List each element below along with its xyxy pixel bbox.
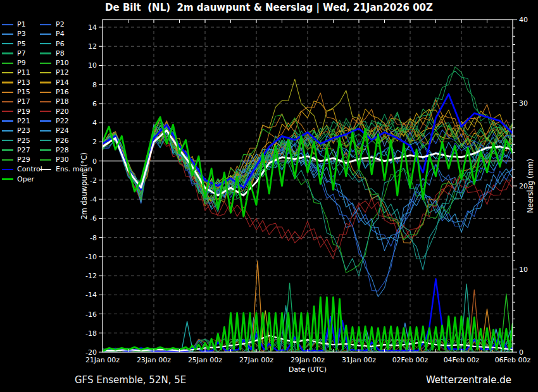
y-right-tick-label: 30 — [519, 99, 528, 107]
y-left-tick-label: -18 — [85, 329, 97, 338]
y-left-tick-label: -16 — [85, 310, 97, 319]
y-left-tick-label: 14 — [88, 23, 97, 32]
source-label: Wetterzentrale.de — [426, 374, 511, 386]
chart-canvas: Date (UTC) 2m dauwpunt (°C) Neerslag (mm… — [0, 0, 538, 392]
grid-lines — [103, 20, 513, 352]
x-tick-label: 23Jan 00z — [137, 356, 171, 364]
y-left-tick-label: -4 — [90, 195, 97, 204]
x-tick-label: 31Jan 00z — [342, 356, 376, 364]
y-left-tick-label: 6 — [92, 100, 97, 108]
y-left-tick-label: -10 — [85, 253, 97, 261]
y-left-tick-label: -8 — [90, 234, 97, 242]
y-right-tick-label: 10 — [519, 266, 528, 274]
y-left-tick-label: -14 — [85, 291, 97, 299]
x-tick-label: 25Jan 00z — [188, 356, 222, 364]
x-tick-label: 29Jan 00z — [291, 356, 325, 364]
x-tick-label: 06Feb 00z — [495, 356, 531, 364]
y-left-tick-label: 12 — [88, 42, 97, 51]
y-left-tick-label: 4 — [92, 119, 97, 127]
series-lines — [103, 67, 516, 352]
y-left-tick-label: -12 — [85, 272, 97, 280]
x-tick-label: 27Jan 00z — [239, 356, 273, 364]
y-left-tick-label: 2 — [92, 138, 97, 146]
x-axis-title: Date (UTC) — [289, 365, 327, 374]
y-left-axis-title: 2m dauwpunt (°C) — [80, 152, 89, 219]
y-left-tick-label: -6 — [90, 214, 97, 223]
y-left-tick-label: 0 — [92, 157, 97, 166]
x-tick-label: 02Feb 00z — [392, 356, 429, 364]
y-right-tick-label: 40 — [519, 16, 528, 24]
model-info-label: GFS Ensemble, 52N, 5E — [75, 374, 186, 386]
x-tick-label: 21Jan 00z — [85, 356, 120, 364]
y-left-tick-label: 10 — [88, 61, 97, 70]
y-left-tick-label: -2 — [90, 176, 97, 185]
y-right-tick-label: 20 — [519, 182, 528, 190]
x-tick-label: 04Feb 00z — [444, 356, 480, 364]
y-left-tick-label: 8 — [92, 81, 97, 89]
